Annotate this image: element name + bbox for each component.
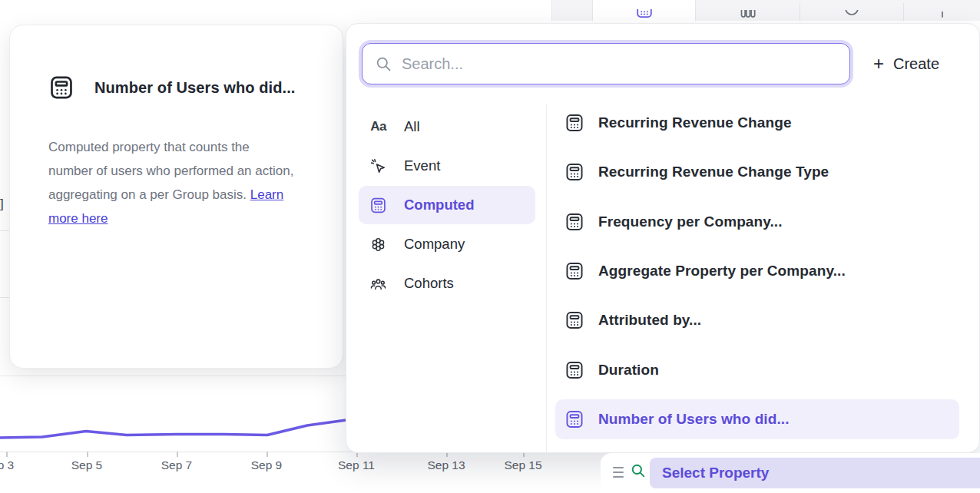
list-item-frequency-per-company[interactable]: Frequency per Company... — [555, 202, 959, 242]
list-item-recurring-revenue-change-type[interactable]: Recurring Revenue Change Type — [555, 152, 959, 192]
panel-divider — [546, 104, 547, 452]
list-item-label: Aggregate Property per Company... — [598, 263, 846, 280]
text-aa-icon: Aa — [369, 118, 387, 136]
tab-retention-view[interactable] — [800, 0, 903, 21]
cohorts-people-icon — [369, 275, 387, 293]
bar-chart-icon — [739, 10, 757, 19]
chart-card-border — [0, 376, 350, 376]
drag-handle-icon[interactable] — [613, 467, 624, 478]
metric-line-chart — [0, 407, 355, 445]
axis-label: Sep 3 — [0, 458, 25, 472]
axis-tick — [6, 452, 8, 457]
category-label: Computed — [404, 197, 474, 213]
category-company[interactable]: Company — [359, 225, 535, 263]
axis-tick — [87, 452, 88, 457]
select-property-field[interactable]: Select Property — [650, 458, 980, 488]
category-cohorts[interactable]: Cohorts — [359, 264, 535, 303]
category-event[interactable]: Event — [359, 147, 535, 185]
axis-label: Sep 5 — [60, 458, 114, 472]
category-label: All — [404, 118, 420, 135]
tooltip-title: Number of Users who did... — [94, 79, 296, 97]
select-property-bar: Select Property — [601, 453, 980, 493]
event-cursor-icon — [369, 157, 387, 175]
calculator-icon — [564, 113, 584, 133]
tab-bar-chart-view[interactable] — [696, 0, 800, 21]
category-all[interactable]: Aa All — [359, 108, 535, 146]
list-item-label: Duration — [598, 362, 659, 379]
description-line: Computed property that counts the — [48, 135, 313, 159]
metric-icon — [933, 12, 952, 19]
axis-label: Sep 11 — [329, 458, 383, 472]
select-property-label: Select Property — [662, 465, 769, 481]
search-field[interactable] — [362, 43, 850, 84]
calculator-icon — [564, 212, 584, 232]
list-item-label: Frequency per Company... — [598, 213, 783, 230]
category-label: Cohorts — [404, 275, 454, 292]
search-input[interactable] — [402, 55, 837, 73]
list-item-label: Attributed by... — [598, 312, 701, 329]
tab-metric-view[interactable] — [903, 0, 980, 21]
axis-label: Sep 15 — [496, 458, 550, 472]
calculator-icon — [564, 409, 584, 429]
list-item-duration[interactable]: Duration — [555, 350, 959, 390]
search-icon — [375, 55, 392, 73]
calculator-icon — [369, 197, 387, 214]
list-item-label: Number of Users who did... — [598, 411, 790, 428]
plus-icon: + — [873, 55, 884, 73]
list-item-aggregate-property-per-company[interactable]: Aggregate Property per Company... — [555, 251, 959, 291]
list-item-label: Recurring Revenue Change Type — [598, 164, 829, 180]
list-item-attributed-by[interactable]: Attributed by... — [555, 300, 959, 340]
property-tooltip-card: Number of Users who did... Computed prop… — [9, 25, 343, 369]
create-button[interactable]: + Create — [873, 51, 939, 76]
search-icon-green — [630, 462, 647, 479]
calculator-icon — [564, 261, 584, 281]
axis-label: Sep 13 — [419, 458, 473, 472]
list-item-label: Recurring Revenue Change — [598, 114, 792, 131]
calculator-icon — [564, 310, 584, 330]
property-picker-panel: + Create Aa All Event — [346, 23, 980, 453]
axis-tick — [177, 452, 178, 457]
tooltip-description: Computed property that counts the number… — [48, 135, 313, 230]
category-computed[interactable]: Computed — [359, 186, 535, 224]
calculator-icon — [564, 162, 584, 182]
retention-curve-icon — [843, 10, 861, 19]
axis-label: Sep 7 — [150, 458, 204, 472]
calculator-icon — [48, 74, 74, 101]
calculator-icon — [635, 9, 654, 19]
list-item-recurring-revenue-change[interactable]: Recurring Revenue Change — [555, 103, 959, 143]
list-item-number-of-users-who-did[interactable]: Number of Users who did... — [555, 399, 959, 439]
calculator-icon — [564, 360, 584, 380]
category-label: Event — [404, 157, 440, 174]
tab-computed-view[interactable] — [592, 0, 696, 21]
description-line: number of users who performed an action, — [48, 159, 313, 183]
category-label: Company — [404, 236, 465, 253]
axis-label: Sep 9 — [240, 458, 293, 472]
company-flower-icon — [369, 236, 387, 253]
description-line: aggregating on a per Group basis. — [48, 187, 250, 202]
app-screen: ] Sep 3 Sep 5 Sep 7 Sep 9 Sep 11 Sep 13 … — [0, 0, 980, 493]
view-tab-bar — [551, 0, 980, 21]
clipped-background-text: ] — [0, 197, 4, 212]
create-button-label: Create — [893, 55, 939, 73]
axis-tick — [267, 452, 268, 457]
